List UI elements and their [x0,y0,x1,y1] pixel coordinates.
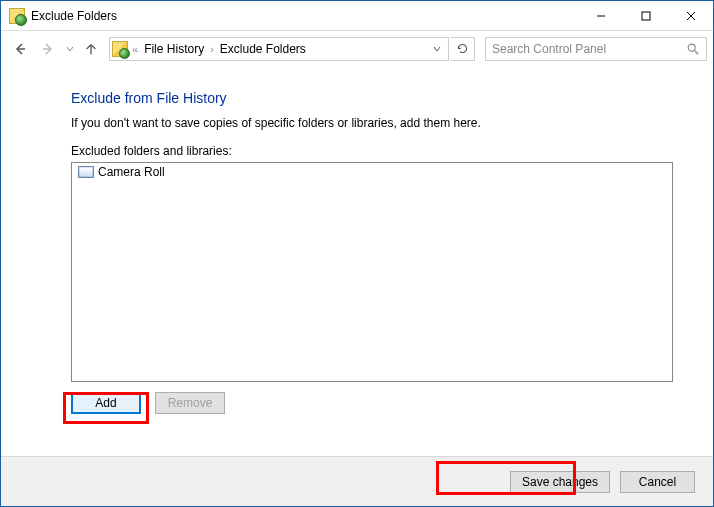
titlebar: Exclude Folders [1,1,713,31]
refresh-button[interactable] [451,37,475,61]
forward-button[interactable] [35,37,61,61]
file-history-icon [9,8,25,24]
svg-line-7 [695,50,699,54]
recent-locations-dropdown[interactable] [63,45,77,53]
svg-point-6 [688,44,695,51]
page-description: If you don't want to save copies of spec… [71,116,673,130]
back-button[interactable] [7,37,33,61]
breadcrumb-separator-icon: › [206,43,218,55]
list-label: Excluded folders and libraries: [71,144,673,158]
remove-button: Remove [155,392,225,414]
breadcrumb-item[interactable]: File History [142,42,206,56]
list-item-label: Camera Roll [98,165,165,179]
search-box[interactable] [485,37,707,61]
svg-rect-1 [642,12,650,20]
list-item[interactable]: Camera Roll [72,163,672,181]
add-button[interactable]: Add [71,392,141,414]
window-controls [578,1,713,30]
search-input[interactable] [492,42,682,56]
search-icon [686,42,700,56]
maximize-button[interactable] [623,1,668,30]
address-dropdown-icon[interactable] [428,45,446,53]
list-button-row: Add Remove [71,392,673,414]
footer-bar: Save changes Cancel [1,456,713,506]
page-heading: Exclude from File History [71,90,673,106]
breadcrumb-prefix: « [128,43,142,55]
address-bar[interactable]: « File History › Exclude Folders [109,37,449,61]
cancel-button[interactable]: Cancel [620,471,695,493]
minimize-button[interactable] [578,1,623,30]
breadcrumb-item[interactable]: Exclude Folders [218,42,308,56]
library-icon [78,166,94,178]
up-button[interactable] [79,42,103,56]
excluded-folders-listbox[interactable]: Camera Roll [71,162,673,382]
file-history-icon [112,41,128,57]
window-title: Exclude Folders [31,9,117,23]
content-area: Exclude from File History If you don't w… [1,66,713,456]
save-changes-button[interactable]: Save changes [510,471,610,493]
navigation-bar: « File History › Exclude Folders [1,31,713,66]
close-button[interactable] [668,1,713,30]
